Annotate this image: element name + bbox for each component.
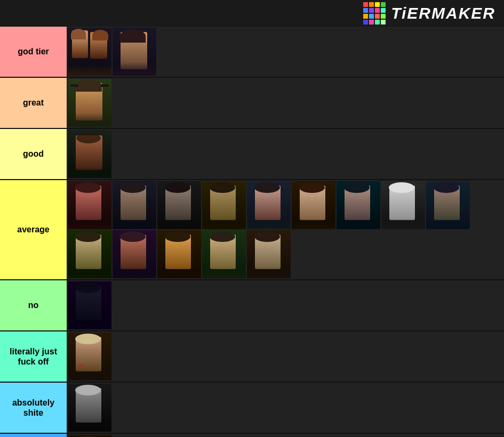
tier-card [68,230,111,278]
tier-content-great [67,78,504,128]
tier-row-good: good [0,129,504,180]
tier-card [247,230,291,278]
tier-content-burn-in-the-pits-of-hell [67,434,504,437]
logo-grid [363,2,386,25]
tier-card [68,333,111,381]
tier-content-no [67,280,504,330]
tier-card [292,181,335,229]
tier-card [157,181,201,229]
tier-card [113,28,156,76]
tier-card [113,230,156,278]
tier-card [426,181,470,229]
tier-row-great: great [0,78,504,129]
tier-card [68,28,111,76]
tier-row-no: no [0,280,504,331]
tier-content-average [67,180,504,279]
tier-row-burn-in-the-pits-of-hell: burn in the pits of hell [0,434,504,437]
tier-row-literally-just-fuck-off: literally just fuck off [0,331,504,383]
tier-row-average: average [0,180,504,280]
tier-card [202,230,246,278]
tier-label-good: good [0,129,67,179]
tier-label-burn-in-the-pits-of-hell: burn in the pits of hell [0,434,67,437]
tier-card [68,79,111,127]
tier-row-god-tier: god tier [0,27,504,78]
tier-card [157,230,201,278]
tier-content-literally-just-fuck-off [67,331,504,382]
tier-card [202,181,246,229]
tier-card [113,181,156,229]
tier-card [68,281,111,329]
tier-label-no: no [0,280,67,330]
tier-label-average: average [0,180,67,279]
tier-card [337,181,380,229]
tier-content-good [67,129,504,179]
tier-card [68,435,111,437]
tiermaker-logo: TiERMAKER [363,2,495,25]
tier-label-great: great [0,78,67,128]
tier-card [68,181,111,229]
header: TiERMAKER [0,0,504,27]
logo-title: TiERMAKER [391,4,495,22]
tier-card [68,130,111,178]
tier-card [381,181,425,229]
tier-label-absolutely-shite: absolutely shite [0,383,67,433]
tier-label-literally-just-fuck-off: literally just fuck off [0,331,67,382]
tier-row-absolutely-shite: absolutely shite [0,383,504,434]
tier-content-absolutely-shite [67,383,504,433]
tier-content-god-tier [67,27,504,77]
tier-card [247,181,291,229]
tier-label-god-tier: god tier [0,27,67,77]
tier-list: god tier great [0,27,504,437]
tier-card [68,384,111,432]
